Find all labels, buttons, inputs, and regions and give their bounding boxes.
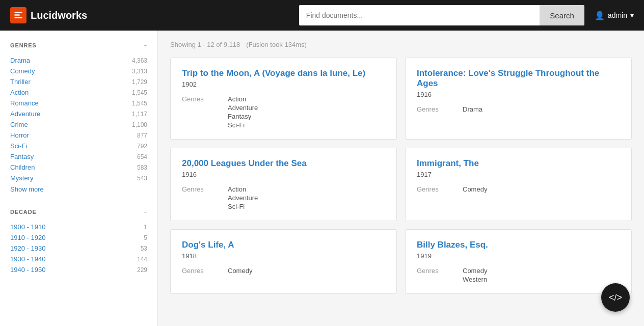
decade-facet-link[interactable]: 1900 - 1910	[10, 223, 45, 231]
card-genres-list: ActionAdventureSci-Fi	[228, 185, 258, 210]
genre-facet-item[interactable]: Fantasy 654	[10, 151, 147, 162]
card-genre: Sci-Fi	[228, 203, 258, 210]
card-title[interactable]: Dog's Life, A	[182, 240, 385, 250]
card-meta: Genres Comedy	[417, 185, 620, 193]
logo-area: Lucidworks	[10, 7, 87, 23]
genre-facet-count: 877	[137, 132, 147, 139]
sidebar: GENRES - Drama 4,363 Comedy 3,313 Thrill…	[0, 31, 158, 326]
card-title[interactable]: Billy Blazes, Esq.	[417, 240, 620, 250]
genre-facet-link[interactable]: Thriller	[10, 78, 31, 86]
genre-facet-link[interactable]: Crime	[10, 121, 28, 128]
genres-meta-label: Genres	[417, 267, 447, 283]
genre-facet-item[interactable]: Comedy 3,313	[10, 66, 147, 76]
card-genre: Drama	[463, 105, 482, 113]
genre-facet-link[interactable]: Mystery	[10, 174, 34, 182]
card-year: 1916	[417, 91, 620, 98]
fusion-timing: (Fusion took 134ms)	[246, 41, 307, 48]
search-bar: Search	[299, 5, 584, 25]
decade-facet-item[interactable]: 1940 - 1950 229	[10, 264, 147, 275]
decade-facet-count: 5	[144, 234, 147, 241]
card-genre: Adventure	[228, 194, 258, 202]
decade-facet-link[interactable]: 1930 - 1940	[10, 255, 45, 263]
card-meta: Genres ActionAdventureFantasySci-Fi	[182, 95, 385, 129]
genre-facet-link[interactable]: Comedy	[10, 67, 35, 75]
genre-facet-item[interactable]: Sci-Fi 792	[10, 141, 147, 151]
card-meta: Genres Comedy	[182, 267, 385, 275]
genre-facet-item[interactable]: Action 1,545	[10, 87, 147, 98]
card-genre: Comedy	[463, 267, 487, 275]
card-title[interactable]: Trip to the Moon, A (Voyage dans la lune…	[182, 68, 385, 78]
card-genres-list: Comedy	[463, 185, 487, 193]
card-year: 1902	[182, 80, 385, 88]
card-year: 1917	[417, 171, 620, 178]
card-genre: Sci-Fi	[228, 121, 258, 129]
genre-facet-count: 4,363	[132, 57, 147, 64]
card-genre: Action	[228, 185, 258, 193]
decade-facet: DECADE - 1900 - 1910 1 1910 - 1920 5 192…	[10, 207, 147, 275]
decade-facet-link[interactable]: 1940 - 1950	[10, 266, 45, 274]
card-year: 1916	[182, 171, 385, 178]
genre-facet-link[interactable]: Horror	[10, 131, 29, 139]
genre-facet-link[interactable]: Adventure	[10, 110, 40, 118]
chevron-down-icon: ▾	[630, 11, 634, 19]
card-title[interactable]: Immigrant, The	[417, 158, 620, 169]
genre-facet-count: 792	[137, 143, 147, 150]
genre-facet-item[interactable]: Horror 877	[10, 130, 147, 141]
genre-facet-count: 654	[137, 153, 147, 160]
admin-label: admin	[608, 11, 627, 19]
result-card: Immigrant, The 1917 Genres Comedy	[405, 148, 632, 221]
genre-facet-item[interactable]: Children 583	[10, 162, 147, 173]
genre-facet-link[interactable]: Drama	[10, 57, 30, 64]
card-genres-list: ActionAdventureFantasySci-Fi	[228, 95, 258, 129]
search-input[interactable]	[299, 5, 540, 25]
card-meta: Genres Drama	[417, 105, 620, 113]
genre-facet-count: 1,100	[132, 121, 147, 128]
decade-facet-item[interactable]: 1910 - 1920 5	[10, 232, 147, 243]
card-meta: Genres ActionAdventureSci-Fi	[182, 185, 385, 210]
cards-grid: Trip to the Moon, A (Voyage dans la lune…	[170, 58, 632, 294]
genres-toggle[interactable]: -	[144, 41, 147, 50]
result-card: 20,000 Leagues Under the Sea 1916 Genres…	[170, 148, 397, 221]
genre-facet-count: 1,545	[132, 89, 147, 96]
card-meta: Genres ComedyWestern	[417, 267, 620, 283]
decade-facet-count: 53	[141, 245, 147, 252]
card-genres-list: Comedy	[228, 267, 252, 275]
decade-facet-count: 229	[137, 266, 147, 274]
decade-facet-item[interactable]: 1930 - 1940 144	[10, 254, 147, 264]
logo-text: Lucidworks	[31, 10, 87, 21]
genre-facet-count: 583	[137, 164, 147, 171]
decade-facet-item[interactable]: 1920 - 1930 53	[10, 243, 147, 254]
decade-facet-link[interactable]: 1920 - 1930	[10, 244, 45, 252]
card-title[interactable]: Intolerance: Love's Struggle Throughout …	[417, 68, 620, 89]
genre-facet-item[interactable]: Drama 4,363	[10, 55, 147, 66]
user-icon: 👤	[595, 11, 605, 20]
admin-menu[interactable]: 👤 admin ▾	[595, 11, 634, 20]
card-genre: Action	[228, 95, 258, 103]
genres-meta-label: Genres	[182, 267, 212, 275]
genre-facet-link[interactable]: Sci-Fi	[10, 142, 27, 150]
genre-facet-link[interactable]: Children	[10, 164, 35, 171]
genre-facet-item[interactable]: Romance 1,545	[10, 98, 147, 108]
genre-facet-link[interactable]: Fantasy	[10, 153, 34, 160]
search-button[interactable]: Search	[540, 5, 584, 25]
genre-facet-item[interactable]: Thriller 1,729	[10, 76, 147, 87]
decade-label: DECADE	[10, 209, 37, 215]
decade-facet-title: DECADE -	[10, 207, 147, 216]
genre-facet-item[interactable]: Mystery 543	[10, 173, 147, 183]
decade-toggle[interactable]: -	[144, 207, 147, 216]
genres-label: GENRES	[10, 42, 37, 48]
decade-facet-link[interactable]: 1910 - 1920	[10, 234, 45, 241]
genre-facet-link[interactable]: Action	[10, 89, 29, 96]
genres-list: Drama 4,363 Comedy 3,313 Thriller 1,729 …	[10, 55, 147, 183]
card-title[interactable]: 20,000 Leagues Under the Sea	[182, 158, 385, 169]
fab-button[interactable]: </>	[601, 283, 630, 312]
show-more-genres[interactable]: Show more	[10, 183, 147, 195]
genre-facet-link[interactable]: Romance	[10, 99, 39, 107]
card-genre: Fantasy	[228, 113, 258, 120]
decade-list: 1900 - 1910 1 1910 - 1920 5 1920 - 1930 …	[10, 222, 147, 275]
genre-facet-item[interactable]: Crime 1,100	[10, 119, 147, 130]
card-genre: Western	[463, 276, 487, 283]
decade-facet-item[interactable]: 1900 - 1910 1	[10, 222, 147, 232]
genres-facet-title: GENRES -	[10, 41, 147, 50]
genre-facet-item[interactable]: Adventure 1,117	[10, 108, 147, 119]
